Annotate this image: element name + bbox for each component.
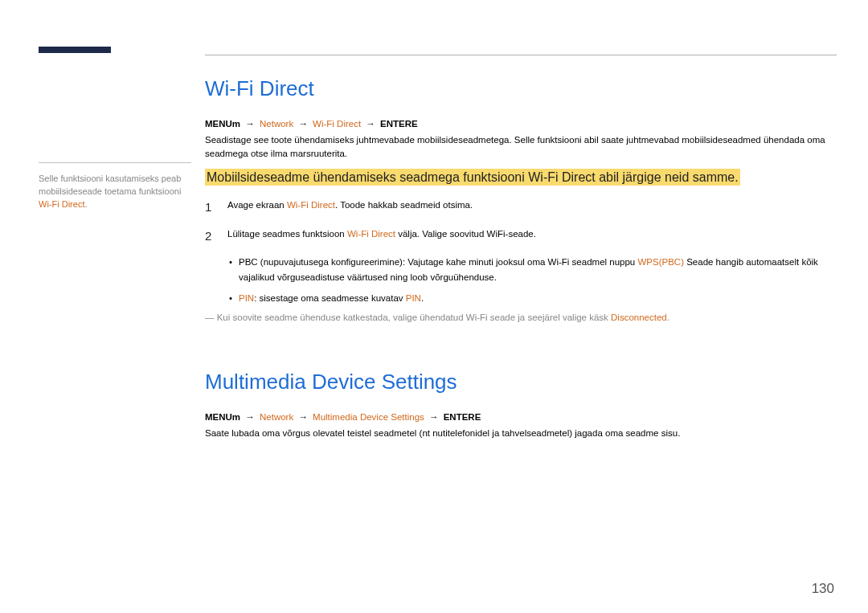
- steps-list: 1 Avage ekraan Wi-Fi Direct. Toode hakka…: [205, 198, 837, 245]
- bullet-pin: PIN: sisestage oma seadmesse kuvatav PIN…: [229, 291, 837, 307]
- main-content: Wi-Fi Direct MENUm → Network → Wi-Fi Dir…: [205, 76, 837, 448]
- path-network: Network: [260, 119, 293, 129]
- footnote-dash: ―: [205, 313, 215, 322]
- path-feature: Multimedia Device Settings: [313, 412, 424, 422]
- step1-pre: Avage ekraan: [227, 200, 287, 210]
- side-note: Selle funktsiooni kasutamiseks peab mobi…: [39, 162, 191, 211]
- sub-bullets: PBC (nupuvajutusega konfigureerimine): V…: [229, 255, 837, 307]
- arrow-icon: →: [245, 119, 255, 129]
- step2-term: Wi-Fi Direct: [347, 229, 395, 239]
- arrow-icon: →: [366, 119, 375, 129]
- side-note-pre: Selle funktsiooni kasutamiseks peab mobi…: [39, 174, 181, 196]
- step2-pre: Lülitage seadmes funktsioon: [227, 229, 347, 239]
- section-title-wifi-direct: Wi-Fi Direct: [205, 76, 837, 101]
- arrow-icon: →: [429, 412, 439, 422]
- bullet1-term: WPS(PBC): [637, 257, 684, 267]
- bullet2-post: .: [421, 293, 424, 303]
- side-note-post: .: [84, 199, 87, 209]
- step-text: Avage ekraan Wi-Fi Direct. Toode hakkab …: [227, 198, 473, 216]
- step-1: 1 Avage ekraan Wi-Fi Direct. Toode hakka…: [205, 198, 837, 216]
- highlighted-instruction: Mobiilsideseadme ühendamiseks seadmega f…: [205, 169, 740, 186]
- path-feature: Wi-Fi Direct: [313, 119, 361, 129]
- step-number: 1: [205, 198, 216, 216]
- bullet2-term2: PIN: [406, 293, 421, 303]
- menu-path-multimedia: MENUm → Network → Multimedia Device Sett…: [205, 412, 837, 422]
- footnote-term: Disconnected: [611, 313, 667, 322]
- header-tab-indicator: [39, 47, 111, 53]
- step-text: Lülitage seadmes funktsioon Wi-Fi Direct…: [227, 227, 536, 245]
- step2-post: välja. Valige soovitud WiFi-seade.: [395, 229, 536, 239]
- highlight-wrap: Mobiilsideseadme ühendamiseks seadmega f…: [205, 168, 837, 187]
- side-note-term: Wi-Fi Direct: [39, 199, 84, 209]
- arrow-icon: →: [298, 119, 308, 129]
- section-description-multimedia: Saate lubada oma võrgus olevatel teistel…: [205, 427, 837, 440]
- step1-post: . Toode hakkab seadmeid otsima.: [335, 200, 473, 210]
- step1-term: Wi-Fi Direct: [287, 200, 335, 210]
- path-network: Network: [260, 412, 293, 422]
- menu-path-wifi-direct: MENUm → Network → Wi-Fi Direct → ENTERE: [205, 119, 837, 129]
- arrow-icon: →: [298, 412, 308, 422]
- section-description: Seadistage see toote ühendamiseks juhtme…: [205, 133, 837, 160]
- bullet2-pre: : sisestage oma seadmesse kuvatav: [254, 293, 406, 303]
- path-menu: MENUm: [205, 119, 240, 129]
- bullet-pbc: PBC (nupuvajutusega konfigureerimine): V…: [229, 255, 837, 286]
- section-title-multimedia: Multimedia Device Settings: [205, 370, 837, 394]
- footnote-post: .: [667, 313, 669, 322]
- path-enter: ENTERE: [444, 412, 481, 422]
- path-enter: ENTERE: [380, 119, 418, 129]
- footnote: ― Kui soovite seadme ühenduse katkestada…: [205, 311, 837, 325]
- header-divider: [205, 55, 837, 55]
- step-2: 2 Lülitage seadmes funktsioon Wi-Fi Dire…: [205, 227, 837, 245]
- footnote-pre: Kui soovite seadme ühenduse katkestada, …: [215, 313, 612, 322]
- path-menu: MENUm: [205, 412, 240, 422]
- step-number: 2: [205, 227, 216, 245]
- page-number: 130: [812, 581, 834, 597]
- arrow-icon: →: [245, 412, 255, 422]
- bullet1-pre: PBC (nupuvajutusega konfigureerimine): V…: [239, 257, 637, 267]
- page: Selle funktsiooni kasutamiseks peab mobi…: [0, 0, 868, 613]
- bullet2-term1: PIN: [239, 293, 254, 303]
